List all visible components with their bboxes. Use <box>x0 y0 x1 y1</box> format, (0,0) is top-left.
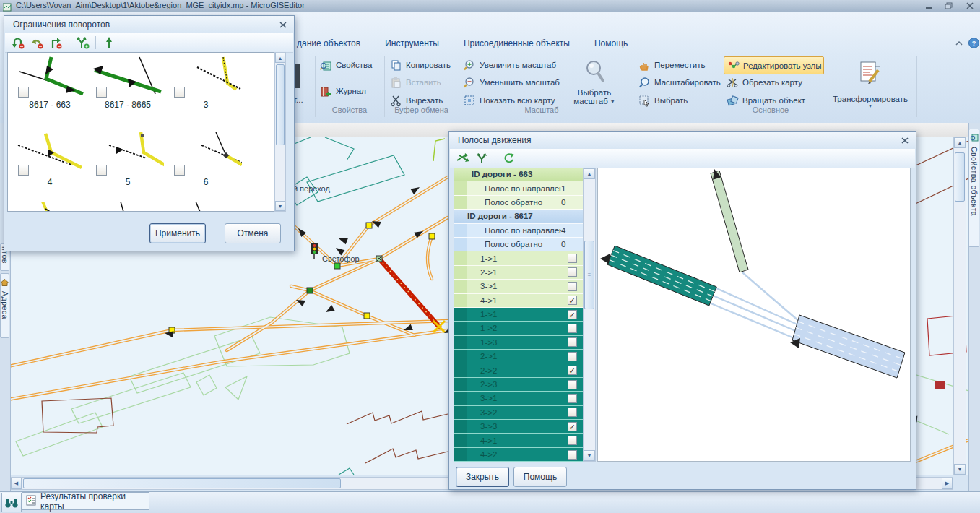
copy-button[interactable]: Копировать <box>390 57 451 73</box>
scrollbar-thumb[interactable] <box>23 478 341 488</box>
lane-checkbox[interactable] <box>568 324 577 333</box>
scrollbar-thumb[interactable] <box>955 152 965 202</box>
lane-checkbox[interactable] <box>568 282 577 291</box>
restrictions-dialog-titlebar[interactable]: Ограничения поворотов <box>4 16 294 33</box>
no-right-turn-icon[interactable] <box>47 35 64 51</box>
edit-nodes-button[interactable]: Редактировать узлы <box>724 56 824 74</box>
restriction-item[interactable]: 5 <box>92 131 164 200</box>
map-check-results-tab[interactable]: Результаты проверки карты <box>22 492 149 510</box>
lane-row[interactable]: 2->1 <box>454 266 583 280</box>
scroll-down-arrow[interactable]: ▼ <box>275 201 285 211</box>
lane-checkbox[interactable] <box>568 394 577 403</box>
restriction-item[interactable]: 3 <box>170 56 242 125</box>
lane-row[interactable]: ID дороги - 8617 <box>454 210 583 223</box>
restriction-item[interactable]: 8617 - 663 <box>14 56 86 125</box>
lane-row[interactable]: ID дороги - 663 <box>454 168 583 181</box>
lane-row[interactable]: 1->1✓ <box>454 308 583 322</box>
restriction-item[interactable]: 4 <box>14 131 86 200</box>
menu-tab-1[interactable]: Инструменты <box>379 36 445 51</box>
no-left-turn-icon[interactable] <box>28 35 45 51</box>
lane-row[interactable]: 4->1 <box>454 434 583 447</box>
restriction-checkbox[interactable] <box>18 87 29 98</box>
scroll-left-arrow[interactable]: ◀ <box>11 478 22 489</box>
lane-row[interactable]: 1->2 <box>454 322 583 335</box>
scroll-up-arrow[interactable]: ▲ <box>584 168 595 179</box>
lane-row[interactable]: 3->1 <box>454 392 583 405</box>
lane-row[interactable]: Полос по направлени1 <box>454 181 583 195</box>
scroll-up-arrow[interactable]: ▲ <box>954 137 966 148</box>
scroll-down-arrow[interactable]: ▼ <box>954 464 966 475</box>
lane-checkbox[interactable]: ✓ <box>568 296 577 305</box>
menu-tab-3[interactable]: Помощь <box>589 36 633 51</box>
restriction-checkbox[interactable] <box>96 165 107 176</box>
lane-checkbox[interactable] <box>568 408 577 417</box>
lane-checkbox[interactable] <box>568 352 577 361</box>
lane-checkbox[interactable]: ✓ <box>568 310 577 319</box>
menu-tab-0[interactable]: дание объектов <box>291 36 366 51</box>
lane-checkbox[interactable]: ✓ <box>568 366 577 375</box>
restriction-checkbox[interactable] <box>18 165 29 176</box>
minimize-button[interactable] <box>923 1 936 10</box>
lane-checkbox[interactable] <box>568 254 577 263</box>
help-icon[interactable]: ? <box>968 37 979 48</box>
lane-checkbox[interactable] <box>568 267 577 277</box>
lanes-help-button[interactable]: Помощь <box>513 467 567 487</box>
restriction-item[interactable]: 8617 - 8665 <box>92 56 164 125</box>
scale-button[interactable]: Масштабировать <box>638 74 721 90</box>
no-uturn-icon[interactable] <box>9 35 27 51</box>
lane-row[interactable]: 2->2✓ <box>454 363 583 377</box>
lane-checkbox[interactable]: ✓ <box>568 422 577 431</box>
straight-arrow-icon[interactable] <box>100 35 118 51</box>
crop-map-button[interactable]: Обрезать карту <box>727 74 802 90</box>
journal-button[interactable]: Журнал <box>320 83 366 99</box>
lane-checkbox[interactable] <box>568 450 577 460</box>
restriction-checkbox[interactable] <box>96 87 107 98</box>
lanes-close-button[interactable]: Закрыть <box>456 467 509 487</box>
lane-row[interactable]: Полос обратно0 <box>454 196 583 210</box>
lane-checkbox[interactable] <box>568 337 577 347</box>
lane-checkbox[interactable] <box>568 436 577 445</box>
search-results-button[interactable] <box>1 493 22 512</box>
lane-row[interactable]: 2->3 <box>454 378 583 392</box>
menu-tab-2[interactable]: Присоединенные объекты <box>458 36 576 51</box>
restriction-checkbox[interactable] <box>174 87 185 98</box>
restriction-item[interactable]: 6 <box>170 131 242 200</box>
move-button[interactable]: Переместить <box>638 57 705 73</box>
lane-row[interactable]: 2->1 <box>454 350 583 363</box>
properties-button[interactable]: Свойства <box>320 57 373 73</box>
lane-row[interactable]: 4->1✓ <box>454 294 583 308</box>
zoom-out-button[interactable]: Уменьшить масштаб <box>464 74 560 90</box>
road-663-bar[interactable] <box>711 171 748 272</box>
add-fork-icon[interactable] <box>74 35 91 51</box>
scrollbar-thumb[interactable] <box>276 64 285 145</box>
lanes-dialog-close-icon[interactable] <box>900 136 910 145</box>
map-vertical-scrollbar[interactable]: ▲ ▼ <box>953 137 966 475</box>
restriction-checkbox[interactable] <box>174 165 185 176</box>
lane-row[interactable]: 1->3 <box>454 336 583 350</box>
lane-row[interactable]: 4->2 <box>454 448 583 462</box>
restrictions-cancel-button[interactable]: Отмена <box>225 223 281 243</box>
lane-row[interactable]: Полос обратно0 <box>454 238 583 251</box>
swap-lanes-icon[interactable] <box>454 150 472 166</box>
restrictions-dialog-close-icon[interactable] <box>278 20 288 30</box>
paste-button[interactable]: Вставить <box>390 74 441 90</box>
collapse-ribbon-button[interactable] <box>953 38 965 49</box>
restore-button[interactable] <box>942 1 955 10</box>
zoom-in-button[interactable]: Увеличить масштаб <box>464 57 556 73</box>
lane-row[interactable]: Полос по направлени4 <box>454 224 583 238</box>
refresh-icon[interactable] <box>500 150 517 166</box>
left-tab-addresses[interactable]: Адреса <box>0 273 9 338</box>
lanes-preview-canvas[interactable] <box>597 168 911 462</box>
lane-checkbox[interactable] <box>568 380 577 389</box>
scroll-right-arrow[interactable]: ▶ <box>942 478 953 489</box>
fork-lanes-icon[interactable] <box>473 150 490 166</box>
lane-row[interactable]: 1->1 <box>454 251 583 265</box>
lanes-table-scrollbar[interactable]: ▲ ≡ ▼ <box>583 168 596 462</box>
lane-row[interactable]: 3->2 <box>454 406 583 420</box>
scroll-up-arrow[interactable]: ▲ <box>275 53 285 63</box>
scroll-down-arrow[interactable]: ▼ <box>584 450 595 461</box>
lanes-dialog-titlebar[interactable]: Полосы движения <box>449 132 916 149</box>
restrictions-apply-button[interactable]: Применить <box>149 223 206 243</box>
lane-row[interactable]: 3->3✓ <box>454 420 583 434</box>
lane-row[interactable]: 3->1 <box>454 280 583 293</box>
